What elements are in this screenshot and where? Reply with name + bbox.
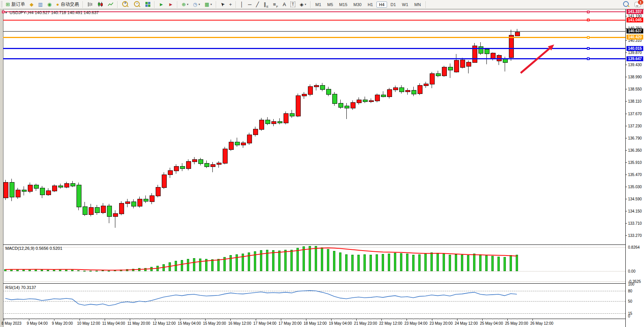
- hline-handle[interactable]: [2, 11, 5, 13]
- chat-icon[interactable]: 1: [634, 2, 641, 7]
- time-tick-mark: [381, 319, 382, 321]
- time-tick-mark: [281, 319, 281, 321]
- time-minor-tick: [389, 319, 389, 319]
- tf-button-M1[interactable]: M1: [313, 2, 324, 8]
- price-tick-mark: [625, 114, 627, 114]
- hline-handle[interactable]: [587, 57, 590, 60]
- price-tick-label: 135.910: [628, 160, 642, 164]
- hline-140.015[interactable]: [3, 48, 625, 49]
- current-price-line[interactable]: [3, 31, 625, 32]
- time-minor-tick: [352, 319, 353, 319]
- time-tick-mark: [306, 319, 306, 321]
- time-tick-label: 21 May 23:00: [354, 321, 377, 325]
- candle-body: [442, 67, 447, 76]
- price-tick-mark: [625, 199, 627, 199]
- time-minor-tick: [158, 319, 158, 319]
- time-minor-tick: [450, 319, 450, 319]
- tf-button-M30[interactable]: M30: [351, 2, 364, 8]
- tf-button-H1[interactable]: H1: [365, 2, 376, 8]
- macd-histogram-bar: [254, 251, 256, 271]
- zoom-in-button[interactable]: +: [120, 0, 131, 9]
- search-icon[interactable]: [623, 1, 629, 7]
- bar-chart-button[interactable]: [85, 0, 95, 9]
- candle-body: [460, 60, 465, 68]
- signals-icon: ◉: [47, 2, 51, 7]
- macd-histogram-bar: [83, 271, 86, 271]
- candle-body: [52, 186, 57, 191]
- tile-windows-button[interactable]: [143, 0, 152, 9]
- macd-histogram-bar: [376, 254, 378, 271]
- price-tick-label: 135.470: [628, 172, 642, 176]
- horizontal-line-button[interactable]: ─: [246, 0, 253, 9]
- candle-body: [418, 85, 422, 94]
- hline-handle[interactable]: [587, 11, 590, 13]
- time-minor-tick: [298, 319, 298, 319]
- shapes-button[interactable]: ◈▾: [298, 0, 308, 9]
- vertical-line-button[interactable]: │: [238, 0, 245, 9]
- equidistant-channel-button[interactable]: ∥E: [261, 0, 270, 9]
- candle-body: [241, 143, 246, 145]
- candle-body: [101, 206, 106, 213]
- candlestick-chart-button[interactable]: [96, 0, 105, 9]
- fibonacci-button[interactable]: ≡F: [271, 0, 280, 9]
- price-tick-mark: [625, 211, 627, 211]
- periods-button[interactable]: ◷▾: [191, 0, 202, 9]
- candle-body: [405, 90, 410, 92]
- oneclick-collapse-icon[interactable]: ▼: [5, 11, 8, 14]
- chart-shift-icon: ►: [168, 2, 173, 7]
- macd-histogram-bar: [443, 254, 445, 271]
- hline-140.420[interactable]: [3, 37, 625, 38]
- time-minor-tick: [151, 319, 152, 319]
- candle-body: [64, 183, 69, 187]
- candle-body: [3, 182, 8, 198]
- tf-button-MN[interactable]: MN: [412, 2, 424, 8]
- time-tick-mark: [356, 319, 357, 321]
- macd-histogram-bar: [217, 259, 220, 271]
- new-order-button[interactable]: ⊞新订单: [4, 0, 27, 9]
- zoom-out-button[interactable]: -: [132, 0, 143, 9]
- tf-button-D1[interactable]: D1: [388, 2, 399, 8]
- tf-button-M15[interactable]: M15: [336, 2, 350, 8]
- macd-histogram-bar: [53, 270, 55, 271]
- chart-area[interactable]: 141.190140.750140.310139.870139.430138.9…: [0, 9, 644, 327]
- macd-histogram-bar: [370, 255, 372, 271]
- auto-scroll-button[interactable]: ►: [157, 0, 166, 9]
- templates-button[interactable]: ▦▾: [202, 0, 214, 9]
- hline-handle[interactable]: [587, 36, 590, 39]
- signals-button[interactable]: ◉: [45, 0, 53, 9]
- text-button[interactable]: A: [281, 0, 288, 9]
- time-minor-tick: [480, 319, 481, 319]
- trendline-button[interactable]: ╱: [254, 0, 261, 9]
- cursor-button[interactable]: ➤: [218, 0, 226, 9]
- arrow-annotation[interactable]: [521, 48, 550, 73]
- time-minor-tick: [462, 319, 462, 319]
- zoom-out-icon: -: [134, 1, 140, 7]
- navigator-icon: ▥: [38, 2, 43, 7]
- hline-141.045[interactable]: [3, 20, 625, 21]
- macd-histogram-bar: [181, 260, 183, 271]
- chart-shift-button[interactable]: ►: [166, 0, 175, 9]
- crosshair-icon: +: [229, 2, 232, 7]
- hline-handle[interactable]: [587, 47, 590, 50]
- tf-button-M5[interactable]: M5: [325, 2, 336, 8]
- time-minor-tick: [316, 319, 316, 319]
- hline-139.647[interactable]: [3, 58, 625, 59]
- time-minor-tick: [42, 319, 42, 319]
- crosshair-button[interactable]: +: [227, 0, 234, 9]
- tf-button-W1[interactable]: W1: [399, 2, 411, 8]
- text-label-button[interactable]: T: [289, 0, 297, 9]
- macd-histogram-bar: [169, 262, 171, 271]
- candle-body: [58, 186, 63, 187]
- time-tick-label: 22 May 12:00: [379, 321, 402, 325]
- market-watch-button[interactable]: ◆: [28, 0, 35, 9]
- tf-button-H4[interactable]: H4: [376, 2, 387, 8]
- auto-scroll-icon: ►: [159, 2, 164, 7]
- navigator-button[interactable]: ▥: [36, 0, 45, 9]
- rsi-level-label: 80: [628, 289, 632, 293]
- line-chart-button[interactable]: [106, 0, 115, 9]
- indicators-button[interactable]: ⊕▾: [180, 0, 190, 9]
- macd-histogram-bar: [309, 246, 311, 271]
- autotrading-button[interactable]: ●自动交易: [54, 0, 81, 9]
- candle-body: [344, 106, 349, 108]
- hline-handle[interactable]: [587, 19, 590, 21]
